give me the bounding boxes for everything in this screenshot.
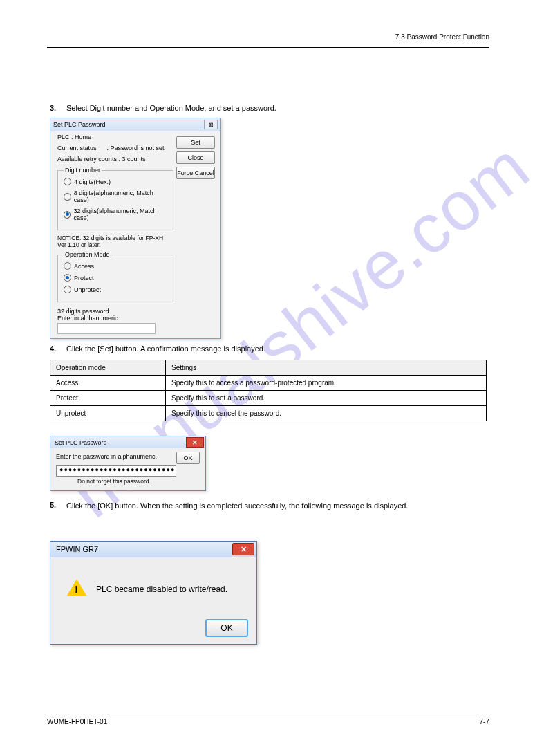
operation-mode-group: Operation Mode Access Protect Unprotect <box>57 251 173 302</box>
step3-text: Select Digit number and Operation Mode, … <box>66 104 276 112</box>
close-button[interactable]: Close <box>176 151 215 164</box>
footer-left: WUME-FP0HET-01 <box>47 718 107 726</box>
radio-8digits-label: 8 digits(alphanumeric, Match case) <box>74 190 167 203</box>
step5-number: 5. <box>50 501 56 509</box>
radio-4digits-label: 4 digits(Hex.) <box>74 178 111 185</box>
step4-text: Click the [Set] button. A confirmation m… <box>66 344 265 353</box>
radio-protect-label: Protect <box>74 275 94 282</box>
retry-value: : 3 counts <box>118 156 145 163</box>
table-row: Access Specify this to access a password… <box>50 376 487 391</box>
header-rule <box>47 47 489 48</box>
status-label: Current status <box>57 145 97 151</box>
status-value: : Password is not set <box>107 145 165 151</box>
close-icon[interactable]: ⊠ <box>204 120 218 129</box>
set-button[interactable]: Set <box>176 136 215 149</box>
radio-unprotect-label: Unprotect <box>74 286 101 293</box>
table-cell: Protect <box>50 391 166 406</box>
footer-rule <box>47 714 489 714</box>
dialog-titlebar: Set PLC Password ✕ <box>50 436 205 448</box>
digit-number-group: Digit number 4 digits(Hex.) 8 digits(alp… <box>57 167 173 230</box>
password-input[interactable]: ●●●●●●●●●●●●●●●●●●●●●●●●●●●● <box>56 465 176 477</box>
radio-unprotect[interactable] <box>64 286 71 293</box>
radio-access[interactable] <box>64 262 71 270</box>
retry-label: Available retry counts <box>57 156 117 163</box>
dialog-message: PLC became disabled to write/read. <box>96 584 227 594</box>
dialog-titlebar: FPWIN GR7 ✕ <box>50 542 256 557</box>
radio-32digits-label: 32 digits(alphanumeric, Match case) <box>73 208 167 221</box>
notice-text: NOTICE: 32 digits is available for FP-XH… <box>57 234 173 248</box>
password-warning: Do not forget this password. <box>56 478 172 485</box>
table-header-mode: Operation mode <box>50 360 166 376</box>
operation-mode-legend: Operation Mode <box>64 251 111 258</box>
force-cancel-button[interactable]: Force Cancel <box>176 167 215 179</box>
dialog-title: Set PLC Password <box>53 121 106 128</box>
radio-4digits[interactable] <box>64 178 71 185</box>
warning-icon-bang: ! <box>75 583 78 595</box>
table-cell: Access <box>50 376 166 391</box>
plc-value: Home <box>75 133 91 140</box>
table-cell: Unprotect <box>50 406 166 421</box>
table-row: Unprotect Specify this to cancel the pas… <box>50 406 487 421</box>
page-header-right: 7.3 Password Protect Function <box>395 33 489 41</box>
confirm-password-dialog: Set PLC Password ✕ Enter the password in… <box>50 436 206 491</box>
password-label-2: Enter in alphanumeric <box>57 315 173 322</box>
step3-number: 3. <box>50 104 56 112</box>
radio-access-label: Access <box>74 263 94 270</box>
password-label-1: 32 digits password <box>57 308 173 315</box>
table-cell: Specify this to access a password-protec… <box>166 376 487 391</box>
dialog-titlebar: Set PLC Password ⊠ <box>50 118 220 131</box>
radio-protect[interactable] <box>64 274 71 282</box>
step5-text: Click the [OK] button. When the setting … <box>66 501 474 510</box>
ok-button[interactable]: OK <box>205 619 248 637</box>
table-row: Protect Specify this to set a password. <box>50 391 487 406</box>
step4-number: 4. <box>50 344 56 353</box>
dialog-title: Set PLC Password <box>55 439 107 446</box>
password-prompt: Enter the password in alphanumeric. <box>56 453 157 460</box>
footer-right: 7-7 <box>480 718 489 726</box>
table-cell: Specify this to set a password. <box>166 391 487 406</box>
operation-mode-table: Operation mode Settings Access Specify t… <box>50 360 487 421</box>
digit-number-legend: Digit number <box>64 167 102 174</box>
table-cell: Specify this to cancel the password. <box>166 406 487 421</box>
radio-8digits[interactable] <box>64 193 71 201</box>
result-message-dialog: FPWIN GR7 ✕ ! PLC became disabled to wri… <box>50 541 257 645</box>
close-icon[interactable]: ✕ <box>232 543 254 555</box>
plc-label: PLC : <box>57 133 73 140</box>
dialog-title: FPWIN GR7 <box>56 545 98 553</box>
set-plc-password-dialog: Set PLC Password ⊠ Set Close Force Cance… <box>50 118 221 339</box>
password-input[interactable] <box>57 323 156 334</box>
close-icon[interactable]: ✕ <box>186 437 204 448</box>
table-header-settings: Settings <box>166 360 487 376</box>
radio-32digits[interactable] <box>64 211 71 219</box>
ok-button[interactable]: OK <box>176 452 200 464</box>
